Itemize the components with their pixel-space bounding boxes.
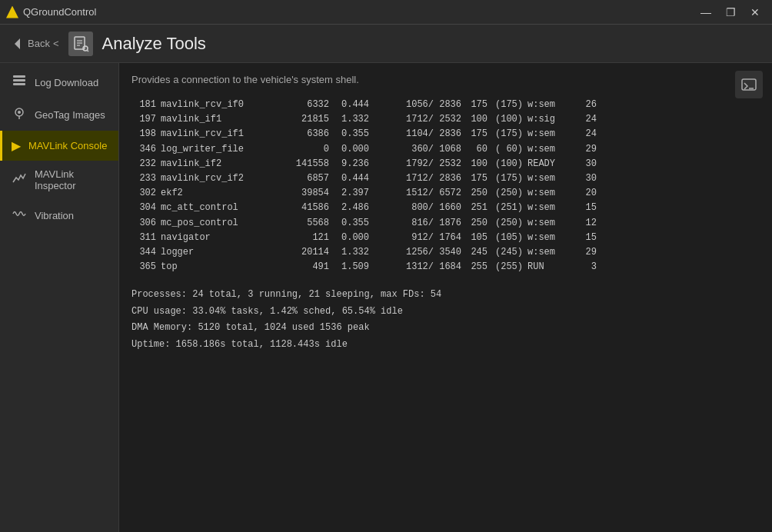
sidebar-item-log-download[interactable]: Log Download [0,66,118,98]
svg-point-5 [83,46,88,51]
svg-rect-7 [13,75,25,78]
header: Back < Analyze Tools [0,25,772,63]
sidebar-item-mavlink-console[interactable]: ▶ MAVLink Console [0,131,118,161]
table-row: 311 navigator 121 0.000 912/ 1764 105 (1… [131,231,760,245]
titlebar-left: QGroundControl [6,6,96,18]
table-row: 198 mavlink_rcv_if1 6386 0.355 1104/ 283… [131,127,760,141]
sidebar-item-mavlink-inspector-label: MAVLink Inspector [35,168,109,191]
active-arrow-icon: ▶ [12,138,21,153]
vibration-icon [12,207,27,224]
table-row: 302 ekf2 39854 2.397 1512/ 6572 250 (250… [131,186,760,201]
main-layout: Log Download GeoTag Images ▶ MAVLink Con… [0,63,772,532]
svg-point-11 [18,111,21,114]
window-controls[interactable]: — ❐ ✕ [695,4,766,21]
content-area: Provides a connection to the vehicle's s… [119,63,772,532]
sidebar-item-log-download-label: Log Download [35,77,98,88]
console-output: 181 mavlink_rcv_if0 6332 0.444 1056/ 283… [131,98,760,274]
console-stats: Processes: 24 total, 3 running, 21 sleep… [131,287,760,353]
table-row: 304 mc_att_control 41586 2.486 800/ 1660… [131,201,760,215]
page-title: Analyze Tools [102,34,206,54]
table-row: 344 logger 20114 1.332 1256/ 3540 245 (2… [131,245,760,260]
svg-rect-9 [13,83,25,85]
sidebar: Log Download GeoTag Images ▶ MAVLink Con… [0,63,119,532]
table-row: 365 top 491 1.509 1312/ 1684 255 (255) R… [131,260,760,274]
sidebar-item-geotag-images[interactable]: GeoTag Images [0,98,118,131]
content-description: Provides a connection to the vehicle's s… [131,74,760,85]
table-row: 306 mc_pos_control 5568 0.355 816/ 1876 … [131,216,760,231]
stat-line: Processes: 24 total, 3 running, 21 sleep… [131,287,760,304]
stat-line: DMA Memory: 5120 total, 1024 used 1536 p… [131,320,760,337]
back-label: Back [28,38,50,49]
sidebar-item-vibration[interactable]: Vibration [0,199,118,231]
back-arrow-icon [9,36,25,52]
app-icon [6,6,18,18]
app-title: QGroundControl [23,6,96,18]
svg-rect-8 [13,79,25,81]
close-button[interactable]: ✕ [744,4,766,21]
maximize-button[interactable]: ❐ [720,4,741,21]
console-icon-button[interactable] [735,71,763,98]
svg-marker-0 [15,38,20,49]
table-row: 181 mavlink_rcv_if0 6332 0.444 1056/ 283… [131,98,760,112]
back-separator: < [53,38,59,49]
mavlink-inspector-icon [12,171,27,188]
sidebar-item-vibration-label: Vibration [35,210,74,221]
minimize-button[interactable]: — [695,4,717,21]
sidebar-item-geotag-label: GeoTag Images [35,109,105,121]
titlebar: QGroundControl — ❐ ✕ [0,0,772,25]
table-row: 197 mavlink_if1 21815 1.332 1712/ 2532 1… [131,112,760,127]
sidebar-item-mavlink-inspector[interactable]: MAVLink Inspector [0,161,118,199]
table-row: 233 mavlink_rcv_if2 6857 0.444 1712/ 283… [131,171,760,186]
stat-line: Uptime: 1658.186s total, 1128.443s idle [131,337,760,354]
sidebar-item-mavlink-console-label: MAVLink Console [28,140,107,151]
svg-line-6 [87,50,88,52]
log-download-icon [12,74,27,91]
analyze-tools-icon [68,32,93,56]
back-button[interactable]: Back < [9,36,59,52]
geotag-images-icon [12,106,27,123]
table-row: 346 log_writer_file 0 0.000 360/ 1068 60… [131,142,760,157]
table-row: 232 mavlink_if2 141558 9.236 1792/ 2532 … [131,157,760,171]
stat-line: CPU usage: 33.04% tasks, 1.42% sched, 65… [131,304,760,321]
